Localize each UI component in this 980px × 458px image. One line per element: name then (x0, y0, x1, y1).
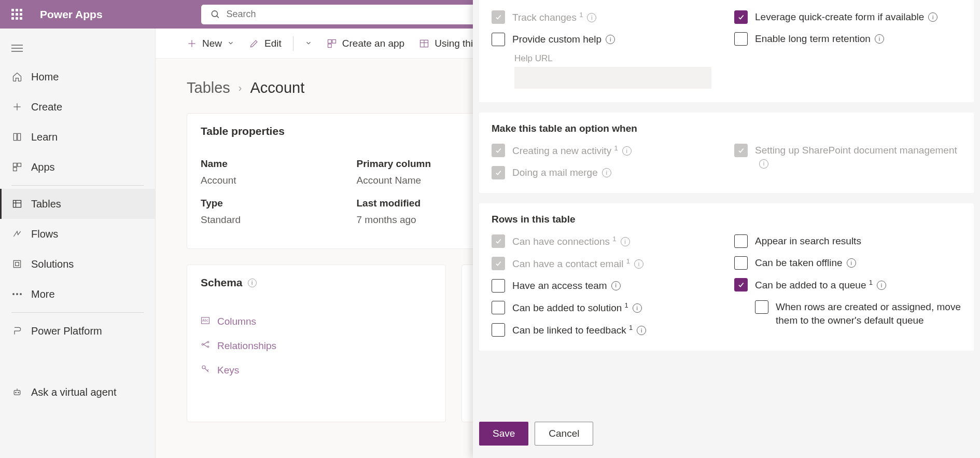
nav-item-learn[interactable]: Learn (0, 122, 155, 152)
table-icon (419, 38, 429, 49)
search-icon (211, 9, 220, 20)
key-icon (201, 364, 210, 376)
schema-link-relationships[interactable]: Relationships (201, 334, 432, 358)
nav-item-virtual-agent[interactable]: Ask a virtual agent (0, 377, 155, 407)
option-label: Can be taken offlinei (755, 256, 856, 270)
link-label: Relationships (217, 340, 276, 352)
cmd-label: Create an app (342, 38, 404, 49)
waffle-icon (11, 9, 22, 20)
checkbox-long-term-retention[interactable] (734, 32, 748, 46)
hamburger-icon (11, 43, 23, 54)
nav-item-more[interactable]: More (0, 279, 155, 309)
panel-footer: Save Cancel (473, 409, 980, 458)
link-label: Columns (217, 316, 256, 327)
nav-label: Solutions (31, 258, 74, 270)
checkbox-taken-offline[interactable] (734, 256, 748, 270)
info-icon[interactable]: i (877, 281, 886, 290)
option-label: Leverage quick-create form if availablei (755, 10, 937, 24)
prop-value-name: Account (201, 173, 357, 195)
schema-link-keys[interactable]: Keys (201, 358, 432, 382)
nav-item-solutions[interactable]: Solutions (0, 249, 155, 279)
schema-card: Schema i Abc Columns Relationships Keys (187, 265, 446, 422)
checkbox-provide-help[interactable] (492, 33, 505, 46)
svg-point-15 (12, 293, 15, 295)
prop-value-type: Standard (201, 212, 357, 234)
svg-point-17 (20, 293, 22, 295)
checkbox-contact-email (492, 257, 505, 270)
info-icon[interactable]: i (637, 326, 646, 335)
checkbox-linked-feedback[interactable] (492, 323, 505, 337)
nav-item-apps[interactable]: Apps (0, 152, 155, 182)
cmd-edit[interactable]: Edit (244, 38, 287, 49)
checkbox-access-team[interactable] (492, 279, 505, 293)
checkbox-connections (492, 234, 505, 248)
nav-collapse-button[interactable] (0, 35, 155, 62)
checkbox-added-queue[interactable] (734, 278, 748, 292)
info-icon[interactable]: i (602, 168, 611, 177)
option-label: Doing a mail mergei (512, 166, 611, 179)
nav-label: Ask a virtual agent (31, 386, 117, 398)
more-icon (11, 288, 23, 300)
svg-point-0 (212, 10, 217, 16)
chevron-right-icon: › (239, 82, 242, 94)
solutions-icon (11, 258, 23, 270)
svg-point-20 (18, 392, 19, 393)
cmd-new[interactable]: New (181, 38, 240, 49)
cmd-edit-dropdown[interactable] (300, 38, 317, 49)
schema-link-columns[interactable]: Abc Columns (201, 310, 432, 334)
svg-point-34 (207, 346, 209, 348)
book-icon (11, 131, 23, 143)
svg-line-36 (203, 344, 207, 347)
checkbox-added-solution[interactable] (492, 301, 505, 314)
svg-line-1 (216, 16, 218, 18)
nav-item-flows[interactable]: Flows (0, 219, 155, 249)
nav-item-power-platform[interactable]: Power Platform (0, 316, 155, 346)
cancel-button[interactable]: Cancel (535, 422, 593, 446)
nav-label: More (31, 288, 55, 300)
info-icon[interactable]: i (587, 13, 596, 22)
nav-item-create[interactable]: Create (0, 92, 155, 122)
option-label: Track changes 1i (512, 10, 596, 24)
prop-label-name: Name (201, 158, 357, 170)
info-icon[interactable]: i (621, 237, 630, 246)
help-url-input[interactable] (514, 67, 711, 89)
info-icon[interactable]: i (622, 146, 632, 156)
breadcrumb-current: Account (250, 79, 305, 96)
pencil-icon (249, 38, 259, 49)
powerplatform-icon (11, 325, 23, 337)
nav-item-tables[interactable]: Tables (0, 189, 155, 219)
info-icon[interactable]: i (847, 258, 856, 268)
checkbox-search-results[interactable] (734, 234, 748, 248)
breadcrumb-parent[interactable]: Tables (187, 79, 230, 96)
nav-label: Power Platform (31, 325, 102, 337)
nav-label: Tables (31, 198, 61, 210)
nav-item-home[interactable]: Home (0, 62, 155, 92)
svg-rect-13 (13, 260, 20, 267)
info-icon[interactable]: i (248, 279, 257, 287)
table-icon (11, 198, 23, 210)
field-label-help-url: Help URL (514, 53, 719, 64)
option-label: When rows are created or assigned, move … (776, 300, 961, 327)
nav-label: Apps (31, 161, 55, 173)
info-icon[interactable]: i (928, 12, 937, 22)
svg-point-37 (202, 366, 205, 369)
info-icon[interactable]: i (606, 35, 615, 44)
svg-rect-18 (14, 391, 20, 395)
svg-rect-9 (13, 168, 17, 171)
app-launcher-button[interactable] (0, 9, 34, 20)
app-title: Power Apps (40, 8, 103, 21)
checkbox-quick-create[interactable] (734, 10, 748, 24)
svg-point-16 (16, 293, 18, 295)
option-label: Appear in search results (755, 234, 861, 248)
info-icon[interactable]: i (611, 281, 621, 290)
save-button[interactable]: Save (479, 422, 528, 446)
svg-rect-14 (16, 262, 19, 266)
info-icon[interactable]: i (633, 303, 642, 313)
info-icon[interactable]: i (634, 259, 643, 269)
checkbox-move-queue[interactable] (755, 300, 768, 314)
svg-rect-7 (13, 163, 17, 167)
info-icon[interactable]: i (875, 34, 884, 44)
info-icon[interactable]: i (759, 159, 768, 169)
svg-rect-24 (328, 39, 331, 43)
cmd-create-app[interactable]: Create an app (321, 38, 410, 49)
